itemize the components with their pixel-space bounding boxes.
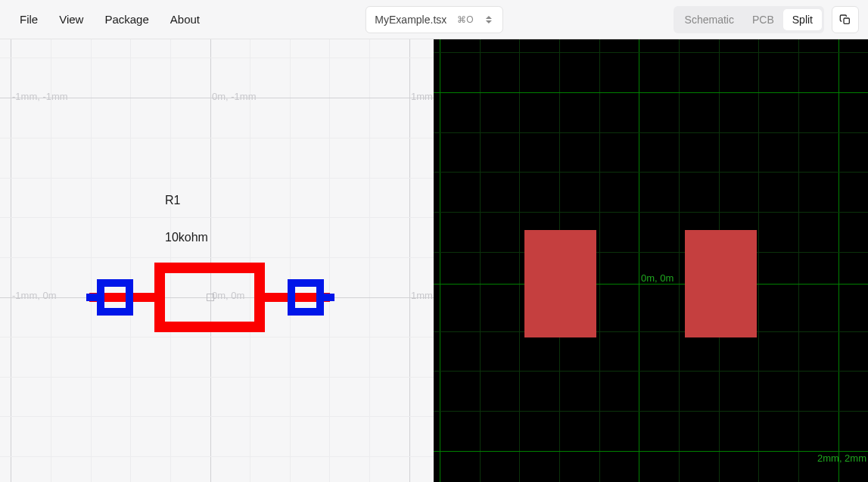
resistor-body[interactable] (154, 263, 265, 332)
coord-mid-right: 1mm (411, 290, 433, 301)
chevron-updown-icon (484, 14, 493, 26)
pin-1-tab (86, 294, 101, 301)
view-mode-toggle: Schematic PCB Split (674, 6, 824, 33)
component-ref: R1 (165, 194, 180, 207)
pcb-grid (434, 39, 868, 482)
view-pcb-button[interactable]: PCB (743, 9, 783, 30)
pin-2[interactable] (288, 279, 324, 316)
pcb-coord-bottom-right: 2mm, 2mm (817, 452, 866, 464)
view-schematic-button[interactable]: Schematic (676, 9, 743, 30)
menu-about[interactable]: About (160, 7, 210, 32)
pad-2[interactable] (685, 230, 757, 337)
schematic-grid (0, 39, 434, 482)
pin-2-tab (319, 294, 334, 301)
pin-1[interactable] (97, 279, 133, 316)
view-split-button[interactable]: Split (783, 9, 822, 30)
filename-label: MyExample.tsx (375, 14, 446, 26)
copy-icon (839, 14, 851, 26)
coord-mid-left: -1mm, 0m (12, 290, 57, 301)
pcb-coord-origin: 0m, 0m (641, 272, 674, 284)
menu-package[interactable]: Package (94, 7, 159, 32)
main-menu: File View Package About (9, 7, 210, 32)
top-toolbar: File View Package About MyExample.tsx ⌘O… (0, 0, 868, 39)
pad-1[interactable] (524, 230, 596, 337)
coord-top-mid: 0m, -1mm (212, 91, 257, 102)
coord-top-left: -1mm, -1mm (12, 91, 68, 102)
schematic-canvas[interactable]: -1mm, -1mm 0m, -1mm 1mm -1mm, 0m 0m, 0m … (0, 39, 434, 482)
pcb-canvas[interactable]: 0m, 0m 2mm, 2mm (434, 39, 868, 482)
svg-rect-0 (844, 18, 849, 23)
menu-file[interactable]: File (9, 7, 48, 32)
component-value: 10kohm (165, 231, 208, 244)
menu-view[interactable]: View (48, 7, 94, 32)
coord-top-right: 1mm (411, 91, 433, 102)
copy-button[interactable] (832, 6, 859, 33)
shortcut-label: ⌘O (457, 14, 473, 25)
file-selector[interactable]: MyExample.tsx ⌘O (365, 6, 502, 33)
